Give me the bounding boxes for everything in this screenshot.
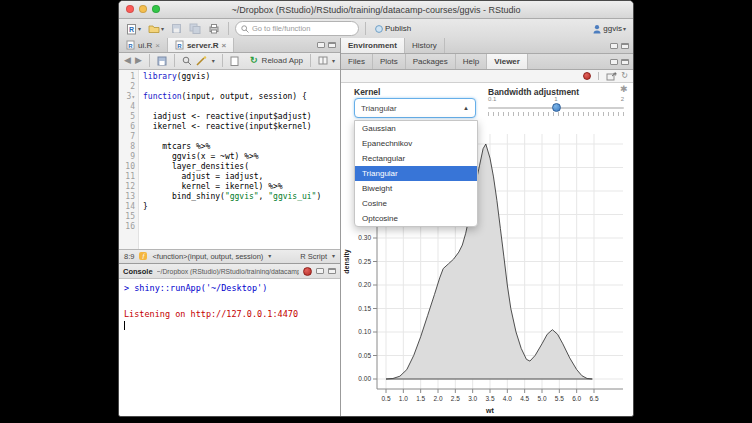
dropdown-option-epanechnikov[interactable]: Epanechnikov (355, 136, 477, 151)
code-line: iadjust <- reactive(input$adjust) (143, 112, 340, 122)
gear-icon[interactable]: ✱ (620, 85, 628, 94)
code-token: adjust = iadjust, (143, 172, 263, 181)
minimize-window-button[interactable] (139, 5, 147, 13)
publish-icon (374, 24, 384, 34)
stop-icon[interactable] (303, 267, 312, 276)
tab-viewer[interactable]: Viewer (487, 54, 528, 69)
tab-label: ui.R (138, 41, 152, 50)
minimize-pane-icon[interactable] (610, 59, 618, 65)
code-text: library(ggvis)function(input, output, se… (139, 70, 340, 249)
save-icon[interactable] (157, 56, 167, 66)
window-title: ~/Dropbox (RStudio)/RStudio/training/dat… (119, 5, 633, 15)
project-menu-button[interactable]: ggvis ▾ (590, 23, 628, 35)
line-number: 11 (119, 172, 135, 182)
svg-text:5.0: 5.0 (537, 395, 546, 402)
code-token: ) (316, 192, 321, 201)
pane-area: Rui.R×Rserver.R× ◀ ▶ ▾ ↻ (119, 38, 633, 416)
maximize-pane-icon[interactable] (621, 59, 629, 65)
print-icon (208, 23, 220, 34)
tab-packages[interactable]: Packages (406, 54, 456, 69)
print-button[interactable] (206, 22, 222, 35)
tab-help[interactable]: Help (456, 54, 487, 69)
dropdown-option-optcosine[interactable]: Optcosine (355, 211, 477, 226)
dropdown-option-triangular[interactable]: Triangular (355, 166, 477, 181)
maximize-pane-icon[interactable] (328, 268, 336, 274)
new-file-button[interactable]: R ▾ (124, 22, 143, 36)
code-editor[interactable]: 123▾45678910111213141516 library(ggvis)f… (119, 70, 340, 249)
toolbar-divider (365, 22, 366, 35)
code-token: (ggvis) (177, 72, 211, 81)
refresh-icon[interactable]: ↻ (621, 72, 628, 80)
find-icon[interactable] (182, 56, 192, 66)
tab-plots[interactable]: Plots (373, 54, 406, 69)
dropdown-option-gaussian[interactable]: Gaussian (355, 121, 477, 136)
r-file-icon: R (126, 40, 135, 50)
close-icon[interactable]: × (155, 41, 160, 50)
code-token: iadjust <- reactive(input$adjust) (143, 112, 312, 121)
reload-app-button[interactable]: Reload App (262, 56, 303, 65)
compile-report-icon[interactable] (230, 56, 239, 66)
code-line: library(ggvis) (143, 72, 340, 82)
goto-file-function-input[interactable]: Go to file/function (235, 21, 359, 36)
close-window-button[interactable] (126, 5, 134, 13)
svg-text:1.0: 1.0 (399, 395, 408, 402)
svg-text:4.0: 4.0 (503, 395, 512, 402)
line-number: 16 (119, 222, 135, 232)
dropdown-option-biweight[interactable]: Biweight (355, 181, 477, 196)
toolbar-divider (228, 22, 229, 35)
tab-history[interactable]: History (405, 38, 445, 53)
svg-text:density: density (343, 249, 351, 274)
svg-text:0.30: 0.30 (358, 234, 371, 241)
minimize-pane-icon[interactable] (316, 268, 324, 274)
maximize-pane-icon[interactable] (328, 42, 336, 48)
svg-text:R: R (129, 26, 134, 33)
slider-mid-label: 1 (554, 96, 557, 102)
files-tab-bar: FilesPlotsPackagesHelpViewer (341, 54, 633, 70)
kernel-select[interactable]: Triangular ▲ (354, 98, 476, 118)
code-token: ggvis(x = ~wt) %>% (143, 152, 259, 161)
console-line: Listening on http://127.0.0.1:4470 (124, 308, 335, 321)
code-line: mtcars %>% (143, 142, 340, 152)
minimize-pane-icon[interactable] (610, 43, 618, 49)
close-icon[interactable]: × (222, 41, 227, 50)
scope-selector[interactable]: <function>(input, output, session) (152, 252, 263, 261)
open-file-button[interactable]: ▾ (146, 22, 166, 35)
console-header[interactable]: Console ~/Dropbox (RStudio)/RStudio/trai… (119, 264, 340, 279)
reload-app-icon[interactable]: ↻ (250, 56, 258, 65)
user-icon (592, 24, 602, 34)
code-token: } (143, 202, 148, 211)
publish-button[interactable]: Publish (372, 23, 413, 35)
zoom-window-button[interactable] (152, 5, 160, 13)
minimize-pane-icon[interactable] (317, 42, 325, 48)
back-icon[interactable]: ◀ (124, 56, 131, 65)
code-line: layer_densities( (143, 162, 340, 172)
viewer-toolbar: ↻ (341, 70, 633, 83)
line-number: 2 (119, 82, 135, 92)
code-token: "ggvis_ui" (268, 192, 316, 201)
svg-text:0.00: 0.00 (358, 375, 371, 382)
pane-buttons (610, 54, 633, 69)
line-number: 3▾ (119, 92, 135, 102)
tab-files[interactable]: Files (341, 54, 373, 69)
tab-server.R[interactable]: Rserver.R× (168, 38, 234, 52)
dropdown-option-cosine[interactable]: Cosine (355, 196, 477, 211)
tab-environment[interactable]: Environment (341, 38, 405, 53)
bandwidth-slider[interactable]: 0.1 1 2 (488, 96, 624, 118)
console-output[interactable]: > shiny::runApp('~/Desktop') Listening o… (119, 279, 340, 416)
open-in-new-window-icon[interactable] (606, 72, 617, 81)
svg-text:0.15: 0.15 (358, 305, 371, 312)
run-in-pane-icon[interactable] (318, 56, 328, 65)
console-caret (124, 321, 125, 330)
stop-app-icon[interactable] (583, 72, 591, 80)
dropdown-option-rectangular[interactable]: Rectangular (355, 151, 477, 166)
file-type-selector[interactable]: R Script (300, 252, 327, 261)
rstudio-window: ~/Dropbox (RStudio)/RStudio/training/dat… (118, 0, 634, 417)
save-all-button[interactable] (187, 22, 203, 35)
tab-ui.R[interactable]: Rui.R× (119, 38, 168, 52)
slider-handle[interactable] (552, 103, 561, 112)
forward-icon[interactable]: ▶ (135, 56, 142, 65)
maximize-pane-icon[interactable] (621, 43, 629, 49)
code-tools-wand-icon[interactable] (196, 56, 208, 66)
fold-arrow-icon[interactable]: ▾ (131, 93, 135, 100)
save-button[interactable] (169, 22, 184, 35)
